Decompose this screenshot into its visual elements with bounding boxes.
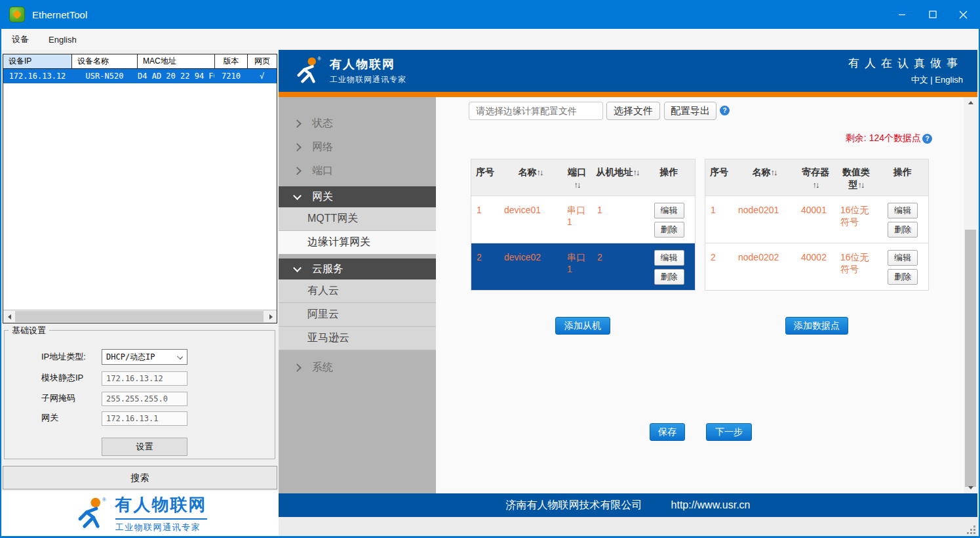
save-button[interactable]: 保存	[650, 423, 685, 441]
menu-device[interactable]: 设备	[12, 33, 29, 45]
device-version: 7210	[215, 69, 248, 83]
search-button[interactable]: 搜索	[3, 466, 277, 489]
content-vscrollbar[interactable]	[964, 97, 977, 493]
webpage-link-icon[interactable]: √	[248, 69, 277, 83]
sidebar-item-edge-gateway[interactable]: 边缘计算网关	[279, 231, 436, 255]
version-header[interactable]: 版本	[215, 54, 248, 69]
static-ip-field[interactable]: 172.16.13.12	[102, 371, 187, 386]
sort-icon: ↑↓	[771, 167, 777, 177]
sidebar-item-gateway[interactable]: 网关	[279, 186, 436, 207]
col-name-sortable[interactable]: 名称↑↓	[499, 159, 562, 196]
device-name: USR-N520	[72, 69, 138, 83]
sidebar-item-port[interactable]: 端口	[279, 159, 436, 182]
edit-button[interactable]: 编辑	[654, 203, 684, 218]
gateway-label: 网关	[41, 412, 58, 424]
chevron-right-icon	[293, 167, 302, 175]
choose-file-button[interactable]: 选择文件	[606, 102, 660, 120]
sidebar-item-amazon-cloud[interactable]: 亚马逊云	[279, 327, 436, 350]
sidebar-item-status[interactable]: 状态	[279, 112, 436, 135]
static-ip-label: 模块静态IP	[41, 372, 83, 384]
svg-text:®: ®	[102, 496, 106, 502]
lang-english-link[interactable]: English	[935, 75, 963, 85]
edit-button[interactable]: 编辑	[654, 250, 684, 266]
chevron-right-icon	[293, 143, 302, 152]
edit-button[interactable]: 编辑	[888, 250, 918, 266]
web-brand-slogan: 工业物联网通讯专家	[330, 74, 406, 85]
add-datapoint-button[interactable]: 添加数据点	[785, 317, 848, 335]
footer-url[interactable]: http://www.usr.cn	[671, 499, 751, 511]
add-slave-button[interactable]: 添加从机	[555, 317, 610, 335]
edit-button[interactable]: 编辑	[888, 203, 918, 218]
embedded-webview: ® 有人物联网 工业物联网通讯专家 有人在认真做事 中文 | English	[279, 50, 977, 517]
delete-button[interactable]: 删除	[888, 269, 918, 285]
col-actions: 操作	[643, 159, 695, 196]
subnet-field[interactable]: 255.255.255.0	[102, 392, 187, 406]
sidebar-item-ali-cloud[interactable]: 阿里云	[279, 303, 436, 327]
vscroll-thumb[interactable]	[965, 230, 976, 487]
ip-type-select[interactable]: DHCP/动态IP	[102, 349, 187, 365]
resize-grip[interactable]	[966, 525, 975, 534]
sidebar-item-usr-cloud[interactable]: 有人云	[279, 279, 436, 303]
menu-english[interactable]: English	[49, 35, 77, 45]
slave-row-1[interactable]: 1 device01 串口1 1 编辑 删除	[471, 196, 695, 243]
export-config-button[interactable]: 配置导出	[664, 102, 716, 120]
set-button[interactable]: 设置	[102, 438, 187, 456]
close-button[interactable]	[948, 0, 979, 29]
col-addr-sortable[interactable]: 从机地址↑↓	[592, 159, 643, 196]
webpage-header[interactable]: 网页	[248, 54, 277, 69]
scroll-down-icon[interactable]	[964, 482, 977, 493]
slave-row-2-selected[interactable]: 2 device02 串口1 2 编辑 删除	[471, 243, 695, 290]
chevron-right-icon	[293, 363, 302, 372]
hscroll-thumb[interactable]	[15, 311, 264, 322]
node-row-2[interactable]: 2 node0202 40002 16位无符号 编辑 删除	[705, 243, 928, 290]
web-motto: 有人在认真做事	[848, 56, 963, 71]
help-icon[interactable]: ?	[922, 134, 932, 144]
chevron-right-icon	[293, 119, 302, 128]
web-header: ® 有人物联网 工业物联网通讯专家 有人在认真做事 中文 | English	[279, 50, 977, 92]
delete-button[interactable]: 删除	[654, 222, 684, 238]
app-logo: ® 有人物联网 工业物联网通讯专家	[1, 491, 279, 536]
node-row-1[interactable]: 1 node0201 40001 16位无符号 编辑 删除	[705, 196, 928, 243]
window-controls	[886, 0, 979, 29]
device-mac: D4 AD 20 22 94 F0	[138, 69, 215, 83]
col-no: 序号	[471, 159, 499, 196]
sidebar-item-mqtt-gateway[interactable]: MQTT网关	[279, 207, 436, 231]
device-list-hscrollbar[interactable]	[3, 310, 277, 323]
config-file-input[interactable]	[469, 102, 603, 120]
col-name-sortable[interactable]: 名称↑↓	[733, 159, 796, 196]
device-name-header[interactable]: 设备名称	[72, 54, 138, 69]
web-content: 选择文件 配置导出 ? 剩余: 124个数据点 ? 序号 名称↑↓ 端口↑↓ 从…	[436, 97, 964, 493]
col-port-sortable[interactable]: 端口↑↓	[562, 159, 592, 196]
web-main: 状态 网络 端口 网关 MQTT网关 边缘计算网关	[279, 97, 977, 493]
help-icon[interactable]: ?	[720, 106, 730, 115]
delete-button[interactable]: 删除	[654, 269, 684, 285]
gateway-field[interactable]: 172.16.13.1	[102, 411, 187, 426]
statusbar-strip	[279, 517, 979, 536]
sidebar-item-network[interactable]: 网络	[279, 135, 436, 159]
col-valuetype-sortable[interactable]: 数值类型↑↓	[835, 159, 877, 196]
svg-text:®: ®	[317, 56, 321, 61]
maximize-icon	[929, 10, 937, 18]
scroll-up-icon[interactable]	[964, 97, 977, 108]
device-ip-header[interactable]: 设备IP	[3, 54, 72, 69]
sort-icon: ↑↓	[633, 167, 639, 177]
brand-slogan: 工业物联网通讯专家	[115, 522, 207, 533]
scroll-left-icon[interactable]	[3, 310, 15, 323]
lang-chinese-link[interactable]: 中文	[911, 75, 928, 85]
maximize-button[interactable]	[917, 0, 948, 29]
web-brand-name: 有人物联网	[330, 56, 406, 72]
sidebar-item-cloud-service[interactable]: 云服务	[279, 259, 436, 279]
delete-button[interactable]: 删除	[888, 222, 918, 238]
sort-icon: ↑↓	[858, 180, 864, 190]
next-step-button[interactable]: 下一步	[706, 423, 752, 441]
mac-header[interactable]: MAC地址	[138, 54, 215, 69]
lang-separator: |	[930, 75, 932, 85]
scroll-right-icon[interactable]	[265, 310, 277, 323]
device-row[interactable]: 172.16.13.12 USR-N520 D4 AD 20 22 94 F0 …	[3, 69, 277, 83]
minimize-button[interactable]	[886, 0, 917, 29]
col-register-sortable[interactable]: 寄存器↑↓	[796, 159, 835, 196]
slave-table: 序号 名称↑↓ 端口↑↓ 从机地址↑↓ 操作 1 device01 串口1 1 …	[471, 159, 696, 291]
col-no: 序号	[705, 159, 733, 196]
titlebar: EthernetTool	[1, 0, 979, 29]
sidebar-item-system[interactable]: 系统	[279, 356, 436, 379]
